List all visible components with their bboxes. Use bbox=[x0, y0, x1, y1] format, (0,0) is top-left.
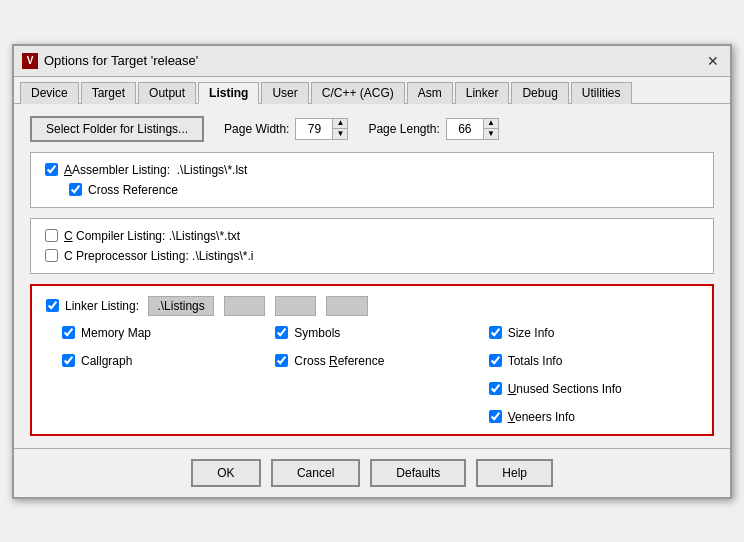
cancel-button[interactable]: Cancel bbox=[271, 459, 360, 487]
c-preprocessor-label: C Preprocessor Listing: .\Listings\*.i bbox=[64, 249, 253, 263]
linker-group: Linker Listing: .\Listings Memory Map bbox=[30, 284, 714, 436]
size-info-checkbox[interactable] bbox=[489, 326, 502, 339]
cross-ref-asm-checkbox[interactable] bbox=[69, 183, 82, 196]
linker-listing-label: Linker Listing: bbox=[65, 299, 142, 313]
memory-map-checkbox[interactable] bbox=[62, 326, 75, 339]
symbols-checkbox[interactable] bbox=[275, 326, 288, 339]
symbols-label: Symbols bbox=[294, 326, 340, 340]
app-icon: V bbox=[22, 53, 38, 69]
unused-sections-checkbox[interactable] bbox=[489, 382, 502, 395]
linker-path-ext3 bbox=[326, 296, 367, 316]
c-compiler-row: C Compiler Listing: .\Listings\*.txt bbox=[45, 229, 699, 243]
unused-sections-label: Unused Sections Info bbox=[508, 382, 622, 396]
unused-sections-row: Unused Sections Info bbox=[489, 382, 698, 396]
cross-ref-row: Cross Reference bbox=[69, 183, 699, 197]
compiler-group: C Compiler Listing: .\Listings\*.txt C P… bbox=[30, 218, 714, 274]
page-width-spinner[interactable]: ▲ ▼ bbox=[295, 118, 348, 140]
cross-ref-linker-label: Cross Reference bbox=[294, 354, 384, 368]
linker-path-ext2 bbox=[275, 296, 316, 316]
linker-col-1: Memory Map Callgraph bbox=[62, 326, 271, 424]
c-preprocessor-row: C Preprocessor Listing: .\Listings\*.i bbox=[45, 249, 699, 263]
ok-button[interactable]: OK bbox=[191, 459, 261, 487]
page-length-down[interactable]: ▼ bbox=[484, 129, 498, 139]
linker-header: Linker Listing: .\Listings bbox=[46, 296, 698, 316]
memory-map-label: Memory Map bbox=[81, 326, 151, 340]
page-length-spinner-buttons: ▲ ▼ bbox=[483, 119, 498, 139]
tab-asm[interactable]: Asm bbox=[407, 82, 453, 104]
veneers-info-row: Veneers Info bbox=[489, 410, 698, 424]
callgraph-row: Callgraph bbox=[62, 354, 271, 368]
window-title: Options for Target 'release' bbox=[44, 53, 198, 68]
callgraph-checkbox[interactable] bbox=[62, 354, 75, 367]
size-info-label: Size Info bbox=[508, 326, 555, 340]
page-width-group: Page Width: ▲ ▼ bbox=[224, 118, 348, 140]
main-window: V Options for Target 'release' ✕ Device … bbox=[12, 44, 732, 499]
linker-listing-checkbox[interactable] bbox=[46, 299, 59, 312]
close-button[interactable]: ✕ bbox=[704, 52, 722, 70]
veneers-info-checkbox[interactable] bbox=[489, 410, 502, 423]
totals-info-label: Totals Info bbox=[508, 354, 563, 368]
page-length-up[interactable]: ▲ bbox=[484, 119, 498, 129]
tabs-bar: Device Target Output Listing User C/C++ … bbox=[14, 77, 730, 104]
tab-target[interactable]: Target bbox=[81, 82, 136, 104]
linker-path: .\Listings bbox=[148, 296, 213, 316]
linker-col-2: Symbols Cross Reference bbox=[275, 326, 484, 424]
tab-user[interactable]: User bbox=[261, 82, 308, 104]
assembler-listing-checkbox[interactable] bbox=[45, 163, 58, 176]
tab-linker[interactable]: Linker bbox=[455, 82, 510, 104]
bottom-bar: OK Cancel Defaults Help bbox=[14, 448, 730, 497]
title-bar-left: V Options for Target 'release' bbox=[22, 53, 198, 69]
veneers-info-label: Veneers Info bbox=[508, 410, 575, 424]
select-folder-button[interactable]: Select Folder for Listings... bbox=[30, 116, 204, 142]
linker-col-3: Size Info Totals Info Unused Sections In… bbox=[489, 326, 698, 424]
totals-info-checkbox[interactable] bbox=[489, 354, 502, 367]
c-compiler-label: C Compiler Listing: .\Listings\*.txt bbox=[64, 229, 240, 243]
linker-options-grid: Memory Map Callgraph Symbols bbox=[46, 326, 698, 424]
page-width-label: Page Width: bbox=[224, 122, 289, 136]
assembler-listing-row: AAssembler Listing: .\Listings\*.lst bbox=[45, 163, 699, 177]
page-width-input[interactable] bbox=[296, 120, 332, 138]
size-info-row: Size Info bbox=[489, 326, 698, 340]
cross-ref-linker-checkbox[interactable] bbox=[275, 354, 288, 367]
cross-ref-asm-label: Cross Reference bbox=[88, 183, 178, 197]
c-compiler-checkbox[interactable] bbox=[45, 229, 58, 242]
symbols-row: Symbols bbox=[275, 326, 484, 340]
linker-path-ext1 bbox=[224, 296, 265, 316]
c-preprocessor-checkbox[interactable] bbox=[45, 249, 58, 262]
defaults-button[interactable]: Defaults bbox=[370, 459, 466, 487]
tab-debug[interactable]: Debug bbox=[511, 82, 568, 104]
memory-map-row: Memory Map bbox=[62, 326, 271, 340]
tab-output[interactable]: Output bbox=[138, 82, 196, 104]
main-content: Select Folder for Listings... Page Width… bbox=[14, 104, 730, 448]
tab-cpp[interactable]: C/C++ (ACG) bbox=[311, 82, 405, 104]
page-length-label: Page Length: bbox=[368, 122, 439, 136]
page-length-input[interactable] bbox=[447, 120, 483, 138]
title-bar: V Options for Target 'release' ✕ bbox=[14, 46, 730, 77]
top-row: Select Folder for Listings... Page Width… bbox=[30, 116, 714, 142]
page-width-down[interactable]: ▼ bbox=[333, 129, 347, 139]
assembler-listing-label: AAssembler Listing: .\Listings\*.lst bbox=[64, 163, 247, 177]
tab-device[interactable]: Device bbox=[20, 82, 79, 104]
help-button[interactable]: Help bbox=[476, 459, 553, 487]
page-length-spinner[interactable]: ▲ ▼ bbox=[446, 118, 499, 140]
totals-info-row: Totals Info bbox=[489, 354, 698, 368]
assembler-group: AAssembler Listing: .\Listings\*.lst Cro… bbox=[30, 152, 714, 208]
callgraph-label: Callgraph bbox=[81, 354, 132, 368]
tab-utilities[interactable]: Utilities bbox=[571, 82, 632, 104]
page-length-group: Page Length: ▲ ▼ bbox=[368, 118, 498, 140]
tab-listing[interactable]: Listing bbox=[198, 82, 259, 104]
cross-ref-linker-row: Cross Reference bbox=[275, 354, 484, 368]
page-width-spinner-buttons: ▲ ▼ bbox=[332, 119, 347, 139]
page-width-up[interactable]: ▲ bbox=[333, 119, 347, 129]
